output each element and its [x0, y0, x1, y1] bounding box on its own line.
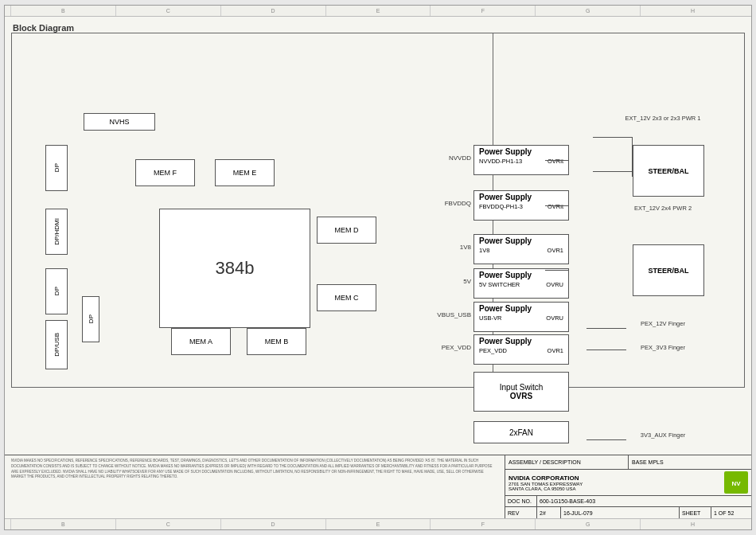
mem-d-label: MEM D [335, 226, 359, 234]
3v3-aux-label: 3V3_AUX Finger [623, 432, 703, 439]
footer-company-row: NVIDIA CORPORATION 2701 SAN TOMAS EXPRES… [505, 470, 751, 496]
company-city: SANTA CLARA, CA 95050 USA [509, 486, 583, 491]
footer-doc-no: 600-1G150-BASE-403 [537, 496, 751, 506]
input-switch-label: Input Switch [500, 383, 543, 392]
footer-company-info: NVIDIA CORPORATION 2701 SAN TOMAS EXPRES… [509, 474, 583, 491]
mem-f-label: MEM F [154, 169, 177, 177]
grid-col-h: H [641, 6, 745, 16]
dp-label-3: DP [88, 314, 95, 323]
company-name: NVIDIA CORPORATION [509, 474, 583, 482]
line-pex12v [586, 328, 626, 329]
ps-vbus-sub: USB-VR OVRU [474, 314, 568, 322]
mem-d-box: MEM D [317, 217, 376, 244]
mem-a-box: MEM A [171, 328, 231, 355]
input-switch-box: Input Switch OVRS [473, 372, 569, 412]
footer-doc-label: DOC NO. [505, 496, 537, 506]
footer-right: ASSEMBLY / DESCRIPTION BASE MPLS NVIDIA … [505, 455, 751, 518]
dp-label-1: DP [53, 163, 60, 172]
dp-hdmi-label: DP/HDMI [53, 218, 60, 245]
ovrs-label: OVRS [510, 392, 532, 400]
steer-bal-box-1: STEER/BAL [633, 145, 704, 197]
footer-title-label: BASE MPLS [629, 455, 751, 469]
main-chip-box: 384b [159, 209, 310, 328]
mem-a-label: MEM A [189, 338, 212, 346]
steer-bal-label-2: STEER/BAL [648, 267, 688, 275]
ext-12v-2-label: EXT_12V 2x4 PWR 2 [623, 205, 703, 212]
pex-12v-label: PEX_12V Finger [623, 320, 703, 327]
footer-rev-val: 2# [537, 507, 561, 518]
footer-legal: NVIDIA MAKES NO SPECIFICATIONS, REFERENC… [5, 455, 505, 518]
nvhs-box: NVHS [84, 113, 155, 131]
mem-e-box: MEM E [215, 159, 275, 186]
nvidia-logo: NV [724, 471, 748, 494]
dp-hdmi-box: DP/HDMI [45, 209, 68, 255]
grid-col-g: G [536, 6, 641, 16]
footer-assembly-row: ASSEMBLY / DESCRIPTION BASE MPLS [505, 455, 751, 470]
mem-c-label: MEM C [335, 294, 359, 302]
ps-vbus-box: Power Supply USB-VR OVRU [473, 302, 569, 332]
line-steer1-up [632, 137, 633, 177]
line-steer1-right [593, 171, 633, 172]
ps-pex-box: Power Supply PEX_VDD OVR1 [473, 334, 569, 365]
main-chip-label: 384b [216, 258, 255, 279]
footer-date: 16-JUL-079 [561, 507, 680, 518]
dp-usb-box: DP/USB [45, 320, 68, 369]
line-ps1-steer [545, 160, 569, 161]
footer-section: NVIDIA MAKES NO SPECIFICATIONS, REFERENC… [5, 455, 751, 518]
dp-usb-label: DP/USB [53, 333, 60, 357]
footer-doc-row: DOC NO. 600-1G150-BASE-403 [505, 496, 751, 507]
ps-5v-title: Power Supply [474, 269, 568, 281]
ps-1v8-box: Power Supply 1V8 OVR1 [473, 234, 569, 264]
mem-b-box: MEM B [247, 328, 306, 355]
steer-bal-box-2: STEER/BAL [633, 244, 704, 296]
page-title: Block Diagram [13, 23, 74, 33]
ps-5v-box: Power Supply 5V SWITCHER OVRU [473, 268, 569, 299]
mem-b-label: MEM B [265, 338, 289, 346]
fbvddq-rail-label: FBVDDQ [445, 200, 471, 207]
vbus-rail-label: VBUS_USB [437, 311, 471, 318]
1v8-rail-label: 1V8 [460, 244, 471, 251]
ps-5v-sub: 5V SWITCHER OVRU [474, 281, 568, 288]
mem-f-box: MEM F [135, 159, 195, 186]
nvidia-logo-svg: NV [727, 475, 746, 490]
dp-box-2: DP [45, 268, 68, 314]
grid-col-e: E [326, 6, 431, 16]
fan-label: 2xFAN [509, 428, 533, 437]
footer-assembly-label: ASSEMBLY / DESCRIPTION [505, 455, 629, 469]
grid-col-f: F [431, 6, 536, 16]
svg-text:NV: NV [731, 480, 741, 487]
ps-1v8-sub: 1V8 OVR1 [474, 247, 568, 254]
legal-text: NVIDIA MAKES NO SPECIFICATIONS, REFERENC… [11, 459, 498, 480]
ps-1v8-title: Power Supply [474, 235, 568, 247]
ps-pex-sub: PEX_VDD OVR1 [474, 347, 568, 354]
mem-c-box: MEM C [317, 284, 376, 311]
fan-box: 2xFAN [473, 421, 569, 443]
page: B C D E F G H Block Diagram NVHS DP [4, 5, 752, 530]
line-steer1-top [593, 137, 633, 138]
footer-rev-label: REV [505, 507, 537, 518]
company-address: 2701 SAN TOMAS EXPRESSWAY [509, 482, 583, 486]
grid-col-c: C [116, 6, 221, 16]
ext-12v-1-label: EXT_12V 2x3 or 2x3 PWR 1 [623, 115, 703, 122]
line-ps2-steer [545, 205, 569, 206]
pex-vdd-rail-label: PEX_VDD [442, 344, 471, 351]
bottom-grid: B C D E F G H [5, 518, 751, 529]
ps-vbus-title: Power Supply [474, 303, 568, 314]
ps-nvvdd-title: Power Supply [474, 146, 568, 158]
dp-label-2: DP [53, 287, 60, 295]
nvvdd-rail-label: NVVDD [449, 154, 471, 162]
ps-fbvddq-sub: FBVDDQ-PH1-3 OVRit [474, 203, 568, 210]
dp-box-1: DP [45, 145, 68, 191]
main-content: Block Diagram NVHS DP DP/HDMI DP [5, 17, 751, 455]
line-steer2-1 [545, 270, 569, 271]
ps-pex-title: Power Supply [474, 335, 568, 347]
line-pex3v3 [586, 350, 626, 350]
mem-e-label: MEM E [233, 169, 257, 177]
footer-sheet-val: 1 OF 52 [711, 507, 751, 518]
footer-rev-row: REV 2# 16-JUL-079 SHEET 1 OF 52 [505, 507, 751, 518]
grid-col-b: B [11, 6, 116, 16]
dp-box-3: DP [82, 296, 99, 342]
steer-bal-label-1: STEER/BAL [648, 167, 688, 175]
ps-fbvddq-title: Power Supply [474, 191, 568, 203]
grid-col-d: D [221, 6, 326, 16]
